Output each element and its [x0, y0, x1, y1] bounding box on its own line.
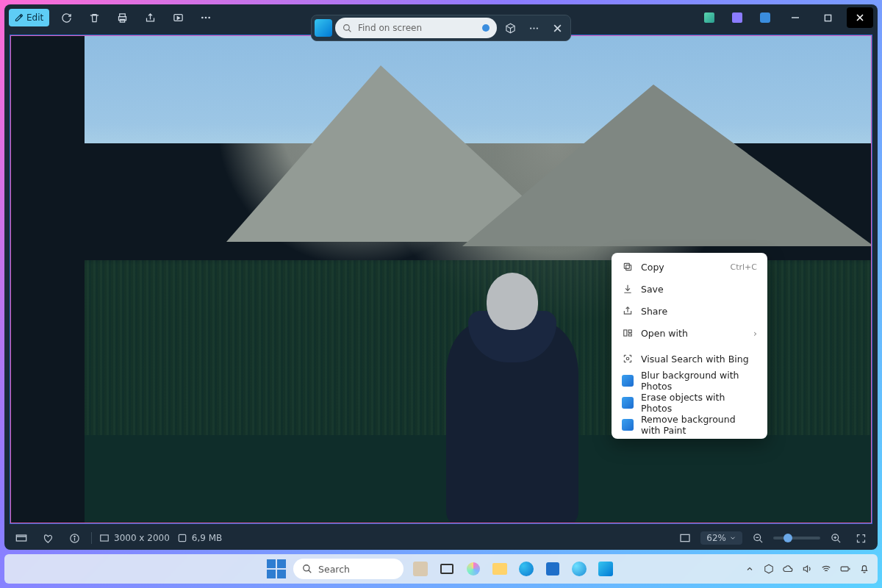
ctx-label: Copy — [641, 262, 723, 273]
zoom-in-button[interactable] — [826, 529, 845, 547]
ctx-visual-search[interactable]: Visual Search with Bing — [614, 348, 764, 370]
volume-icon — [802, 564, 812, 574]
svg-point-39 — [304, 565, 309, 571]
find-on-screen-bar: Find on screen — [311, 15, 571, 41]
taskbar-photos[interactable] — [596, 559, 615, 578]
ctx-share[interactable]: Share — [614, 300, 764, 322]
zoom-slider[interactable] — [773, 537, 820, 539]
bell-icon — [859, 564, 870, 574]
share-button[interactable] — [139, 7, 161, 28]
svg-rect-24 — [16, 535, 26, 541]
ctx-remove-background[interactable]: Remove background with Paint — [614, 414, 764, 436]
tray-network[interactable] — [820, 563, 832, 575]
taskbar-edge[interactable] — [517, 559, 536, 578]
svg-point-13 — [530, 27, 531, 29]
ctx-label: Remove background with Paint — [641, 414, 757, 436]
more-button[interactable] — [195, 7, 217, 28]
ctx-blur-background[interactable]: Blur background with Photos — [614, 370, 764, 392]
window-minimize-button[interactable] — [782, 7, 808, 28]
svg-rect-31 — [681, 534, 689, 541]
find-more-button[interactable] — [523, 18, 544, 38]
app-shortcut-2[interactable] — [726, 7, 748, 28]
fullscreen-button[interactable] — [851, 529, 870, 547]
cube-icon — [505, 23, 516, 34]
window-close-button[interactable] — [847, 7, 873, 28]
ctx-separator — [614, 345, 764, 346]
svg-line-36 — [837, 539, 840, 542]
edit-button[interactable]: Edit — [9, 9, 49, 26]
app-icon — [413, 562, 428, 576]
maximize-icon — [824, 14, 832, 22]
app-shortcut-1[interactable] — [698, 7, 720, 28]
cloud-icon — [783, 564, 793, 574]
find-close-button[interactable] — [547, 18, 567, 38]
tray-volume[interactable] — [801, 563, 813, 575]
minimize-icon — [791, 13, 800, 22]
taskbar-search[interactable]: Search — [293, 559, 404, 579]
fit-icon — [679, 532, 691, 544]
context-menu: Copy Ctrl+C Save Share Open with › Visua… — [612, 253, 767, 439]
heart-icon — [43, 533, 54, 544]
info-button[interactable] — [65, 529, 84, 547]
svg-rect-30 — [179, 534, 185, 541]
zoom-slider-thumb[interactable] — [784, 534, 792, 542]
taskbar-store[interactable] — [543, 559, 562, 578]
print-button[interactable] — [111, 7, 133, 28]
tray-battery[interactable] — [839, 563, 851, 575]
taskbar-app[interactable] — [570, 559, 589, 578]
store-icon — [546, 562, 559, 576]
svg-point-28 — [74, 536, 74, 537]
edit-icon — [15, 13, 24, 22]
app-shortcut-3[interactable] — [754, 7, 776, 28]
start-button[interactable] — [267, 559, 286, 578]
taskview-icon — [440, 564, 453, 574]
zoom-out-button[interactable] — [748, 529, 767, 547]
find-on-screen-placeholder: Find on screen — [358, 23, 422, 33]
slideshow-button[interactable] — [167, 7, 189, 28]
ctx-erase-objects[interactable]: Erase objects with Photos — [614, 392, 764, 414]
fullscreen-icon — [856, 533, 867, 544]
ctx-open-with[interactable]: Open with › — [614, 322, 764, 344]
zoom-dropdown[interactable]: 62% — [700, 531, 742, 545]
svg-rect-18 — [626, 265, 631, 270]
window-maximize-button[interactable] — [814, 7, 841, 28]
filmstrip-button[interactable] — [12, 529, 31, 547]
photos-icon — [598, 562, 613, 576]
chevron-right-icon: › — [753, 328, 757, 339]
ctx-copy[interactable]: Copy Ctrl+C — [614, 256, 764, 278]
windows-logo-icon — [267, 559, 286, 578]
battery-icon — [839, 564, 851, 574]
rotate-button[interactable] — [55, 7, 77, 28]
app-icon — [572, 562, 587, 576]
taskbar-app[interactable] — [411, 559, 430, 578]
edge-icon — [519, 562, 534, 576]
taskbar-copilot[interactable] — [464, 559, 483, 578]
rotate-icon — [61, 12, 72, 24]
powertoys-icon — [315, 19, 332, 37]
tray-expand-button[interactable] — [744, 563, 756, 575]
share-icon — [145, 12, 156, 24]
mic-icon[interactable] — [482, 24, 490, 32]
cube-icon — [764, 564, 774, 574]
windows-taskbar: Search — [4, 554, 878, 584]
search-icon — [343, 24, 352, 33]
svg-point-23 — [626, 357, 629, 360]
tray-onedrive[interactable] — [782, 563, 794, 575]
ctx-save[interactable]: Save — [614, 278, 764, 300]
find-on-screen-input[interactable]: Find on screen — [335, 18, 497, 38]
download-icon — [622, 283, 634, 295]
tray-icon[interactable] — [763, 563, 775, 575]
taskbar-explorer[interactable] — [490, 559, 509, 578]
find-cube-button[interactable] — [500, 18, 520, 38]
fit-screen-button[interactable] — [675, 529, 695, 547]
wifi-icon — [821, 564, 831, 574]
taskbar-taskview[interactable] — [437, 559, 456, 578]
ctx-label: Visual Search with Bing — [641, 354, 757, 365]
svg-point-14 — [533, 27, 534, 29]
print-icon — [117, 12, 128, 24]
svg-point-4 — [201, 17, 204, 19]
delete-button[interactable] — [83, 7, 105, 28]
tray-notifications[interactable] — [858, 563, 870, 575]
dimensions-icon — [99, 533, 110, 543]
favorite-button[interactable] — [38, 529, 57, 547]
